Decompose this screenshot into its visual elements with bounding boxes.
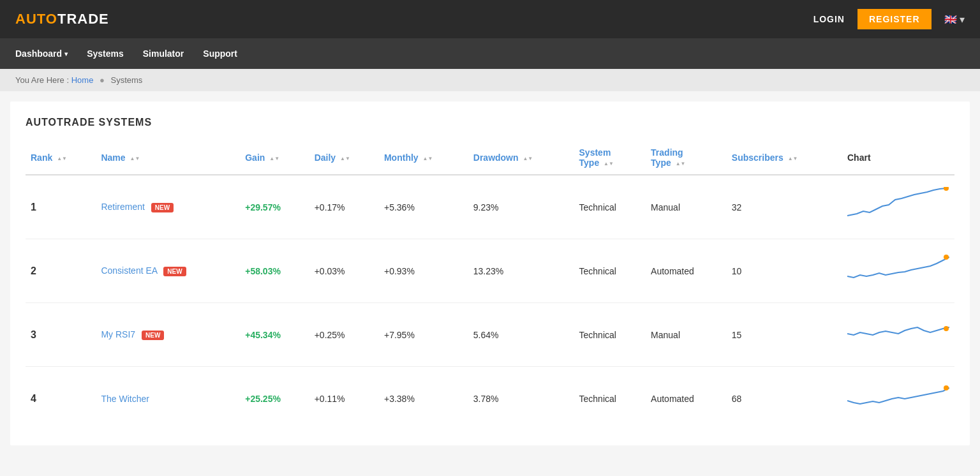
cell-trading-type: Automated <box>646 367 727 431</box>
table-header: Rank ▲▼ Name ▲▼ Gain ▲▼ Daily ▲▼ Monthly… <box>26 141 954 175</box>
logo-auto: AUTO <box>15 11 57 27</box>
cell-drawdown: 13.23% <box>468 239 574 303</box>
col-name[interactable]: Name ▲▼ <box>96 141 240 175</box>
cell-daily: +0.25% <box>309 303 379 367</box>
logo-trade: TRADE <box>57 11 109 27</box>
monthly-sort-icon: ▲▼ <box>423 156 433 161</box>
breadcrumb-home[interactable]: Home <box>71 75 94 85</box>
cell-trading-type: Automated <box>646 239 727 303</box>
cell-system-type: Technical <box>574 303 646 367</box>
table-row: 2 Consistent EA NEW +58.03% +0.03% +0.93… <box>26 239 954 303</box>
col-gain[interactable]: Gain ▲▼ <box>240 141 309 175</box>
sparkline-chart <box>847 251 949 289</box>
dashboard-caret-icon: ▾ <box>64 50 68 57</box>
table-row: 4 The Witcher +25.25% +0.11% +3.38% 3.78… <box>26 367 954 431</box>
col-trading-type[interactable]: TradingType ▲▼ <box>646 141 727 175</box>
nav-item-support[interactable]: Support <box>203 48 237 59</box>
new-badge: NEW <box>151 203 174 212</box>
cell-monthly: +3.38% <box>379 367 468 431</box>
cell-name: The Witcher <box>96 367 240 431</box>
register-button[interactable]: REGISTER <box>858 9 932 29</box>
cell-gain: +58.03% <box>240 239 309 303</box>
breadcrumb: You Are Here : Home ● Systems <box>0 69 980 91</box>
svg-point-0 <box>944 187 949 191</box>
name-sort-icon: ▲▼ <box>130 156 140 161</box>
cell-subscribers: 10 <box>727 239 842 303</box>
system-name-link[interactable]: My RSI7 <box>101 329 135 339</box>
cell-subscribers: 32 <box>727 175 842 239</box>
cell-drawdown: 5.64% <box>468 303 574 367</box>
gain-sort-icon: ▲▼ <box>269 156 279 161</box>
cell-drawdown: 3.78% <box>468 367 574 431</box>
system-name-link[interactable]: Consistent EA <box>101 265 157 276</box>
header: AUTOTRADE LOGIN REGISTER 🇬🇧 ▾ <box>0 0 980 38</box>
cell-subscribers: 68 <box>727 367 842 431</box>
nav-item-simulator[interactable]: Simulator <box>143 48 184 59</box>
table-body: 1 Retirement NEW +29.57% +0.17% +5.36% 9… <box>26 175 954 430</box>
login-button[interactable]: LOGIN <box>813 14 845 24</box>
cell-system-type: Technical <box>574 239 646 303</box>
cell-trading-type: Manual <box>646 175 727 239</box>
cell-daily: +0.03% <box>309 239 379 303</box>
cell-system-type: Technical <box>574 367 646 431</box>
svg-point-2 <box>944 326 949 331</box>
col-drawdown[interactable]: Drawdown ▲▼ <box>468 141 574 175</box>
cell-subscribers: 15 <box>727 303 842 367</box>
sparkline-chart <box>847 378 949 417</box>
breadcrumb-separator: ● <box>100 75 105 85</box>
col-daily[interactable]: Daily ▲▼ <box>309 141 379 175</box>
language-flag[interactable]: 🇬🇧 ▾ <box>944 13 965 26</box>
nav-item-systems[interactable]: Systems <box>87 48 124 59</box>
col-subscribers[interactable]: Subscribers ▲▼ <box>727 141 842 175</box>
cell-monthly: +0.93% <box>379 239 468 303</box>
col-rank[interactable]: Rank ▲▼ <box>26 141 96 175</box>
col-monthly[interactable]: Monthly ▲▼ <box>379 141 468 175</box>
cell-gain: +25.25% <box>240 367 309 431</box>
section-title: AUTOTRADE SYSTEMS <box>26 117 954 128</box>
svg-point-3 <box>944 385 949 390</box>
cell-gain: +45.34% <box>240 303 309 367</box>
daily-sort-icon: ▲▼ <box>340 156 350 161</box>
trading-type-sort-icon: ▲▼ <box>676 161 686 167</box>
col-system-type[interactable]: SystemType ▲▼ <box>574 141 646 175</box>
subscribers-sort-icon: ▲▼ <box>788 156 798 161</box>
drawdown-sort-icon: ▲▼ <box>523 156 533 161</box>
cell-gain: +29.57% <box>240 175 309 239</box>
cell-name: Consistent EA NEW <box>96 239 240 303</box>
nav: Dashboard ▾ Systems Simulator Support <box>0 38 980 69</box>
cell-chart <box>842 175 954 239</box>
cell-rank: 3 <box>26 303 96 367</box>
cell-rank: 2 <box>26 239 96 303</box>
cell-system-type: Technical <box>574 175 646 239</box>
cell-daily: +0.11% <box>309 367 379 431</box>
sparkline-chart <box>847 187 949 225</box>
table-row: 1 Retirement NEW +29.57% +0.17% +5.36% 9… <box>26 175 954 239</box>
sparkline-chart <box>847 315 949 353</box>
cell-chart <box>842 367 954 431</box>
table-row: 3 My RSI7 NEW +45.34% +0.25% +7.95% 5.64… <box>26 303 954 367</box>
cell-drawdown: 9.23% <box>468 175 574 239</box>
cell-rank: 4 <box>26 367 96 431</box>
rank-sort-icon: ▲▼ <box>57 156 67 161</box>
svg-point-1 <box>944 255 949 260</box>
cell-monthly: +5.36% <box>379 175 468 239</box>
breadcrumb-current: Systems <box>111 75 143 85</box>
cell-chart <box>842 303 954 367</box>
nav-left: Dashboard ▾ Systems Simulator Support <box>15 48 237 59</box>
new-badge: NEW <box>142 331 164 340</box>
cell-name: My RSI7 NEW <box>96 303 240 367</box>
system-type-sort-icon: ▲▼ <box>604 161 614 167</box>
cell-name: Retirement NEW <box>96 175 240 239</box>
cell-trading-type: Manual <box>646 303 727 367</box>
cell-rank: 1 <box>26 175 96 239</box>
breadcrumb-prefix: You Are Here : <box>15 75 69 85</box>
system-name-link[interactable]: The Witcher <box>101 394 149 404</box>
main-content: AUTOTRADE SYSTEMS Rank ▲▼ Name ▲▼ Gain ▲… <box>10 101 970 445</box>
systems-table: Rank ▲▼ Name ▲▼ Gain ▲▼ Daily ▲▼ Monthly… <box>26 141 954 430</box>
system-name-link[interactable]: Retirement <box>101 202 144 212</box>
nav-item-dashboard[interactable]: Dashboard ▾ <box>15 48 68 59</box>
cell-chart <box>842 239 954 303</box>
new-badge: NEW <box>163 267 186 276</box>
header-right: LOGIN REGISTER 🇬🇧 ▾ <box>813 9 965 29</box>
cell-monthly: +7.95% <box>379 303 468 367</box>
